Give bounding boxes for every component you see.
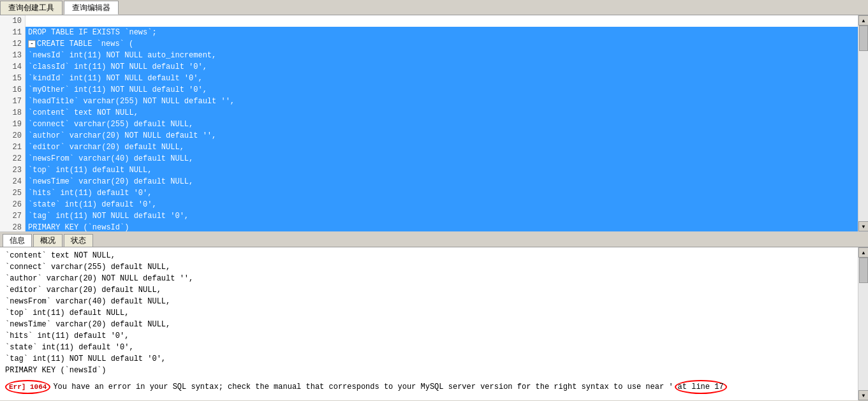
code-line-12[interactable]: -CREATE TABLE `news` ( — [26, 38, 858, 50]
output-line-10: PRIMARY KEY (`newsId`) — [5, 365, 853, 376]
line-number-17: 17 — [0, 96, 22, 107]
error-message: You have an error in your SQL syntax; ch… — [53, 381, 673, 393]
code-line-19[interactable]: `connect` varchar(255) default NULL, — [26, 119, 858, 130]
output-line-6: `newsTime` varchar(20) default NULL, — [5, 319, 853, 330]
code-text-26: `state` int(11) default '0', — [28, 199, 157, 210]
line-number-10: 10 — [0, 15, 22, 27]
code-text-22: `newsFrom` varchar(40) default NULL, — [28, 153, 193, 164]
code-text-23: `top` int(11) default NULL, — [28, 164, 152, 176]
output-content: `content` text NOT NULL,`connect` varcha… — [0, 247, 858, 400]
code-line-16[interactable]: `myOther` int(11) NOT NULL default '0', — [26, 84, 858, 96]
code-text-19: `connect` varchar(255) default NULL, — [28, 119, 193, 130]
code-text-28: PRIMARY KEY (`newsId`) — [28, 222, 129, 231]
error-highlight: at line 17 — [675, 380, 727, 394]
code-text-20: `author` varchar(20) NOT NULL default ''… — [28, 130, 216, 142]
line-number-11: 11 — [0, 27, 22, 38]
code-text-25: `hits` int(11) default '0', — [28, 187, 152, 199]
line-number-15: 15 — [0, 73, 22, 84]
code-line-18[interactable]: `content` text NOT NULL, — [26, 107, 858, 119]
output-scroll-thumb[interactable] — [859, 258, 868, 283]
code-line-10[interactable] — [26, 15, 858, 27]
scroll-down-btn[interactable]: ▼ — [858, 221, 868, 231]
code-line-25[interactable]: `hits` int(11) default '0', — [26, 187, 858, 199]
code-line-21[interactable]: `editor` varchar(20) default NULL, — [26, 142, 858, 153]
output-line-5: `top` int(11) default NULL, — [5, 307, 853, 319]
bottom-tab-status[interactable]: 状态 — [64, 234, 93, 247]
tab-bar: 查询创建工具 查询编辑器 — [0, 0, 868, 15]
code-line-27[interactable]: `tag` int(11) NOT NULL default '0', — [26, 210, 858, 222]
line-number-19: 19 — [0, 119, 22, 130]
line-number-12: 12 — [0, 38, 22, 50]
code-line-17[interactable]: `headTitle` varchar(255) NOT NULL defaul… — [26, 96, 858, 107]
editor-scrollbar[interactable]: ▲ ▼ — [858, 15, 868, 231]
code-text-13: `newsId` int(11) NOT NULL auto_increment… — [28, 50, 216, 61]
code-line-15[interactable]: `kindId` int(11) NOT NULL default '0', — [26, 73, 858, 84]
output-line-1: `connect` varchar(255) default NULL, — [5, 261, 853, 273]
line-number-25: 25 — [0, 187, 22, 199]
line-number-20: 20 — [0, 130, 22, 142]
output-line-2: `author` varchar(20) NOT NULL default ''… — [5, 273, 853, 284]
code-text-17: `headTitle` varchar(255) NOT NULL defaul… — [28, 96, 235, 107]
line-number-26: 26 — [0, 199, 22, 210]
output-area: `content` text NOT NULL,`connect` varcha… — [0, 247, 868, 400]
bottom-tab-overview[interactable]: 概况 — [33, 234, 63, 247]
output-scroll-down[interactable]: ▼ — [858, 390, 868, 400]
line-number-18: 18 — [0, 107, 22, 119]
output-line-4: `newsFrom` varchar(40) default NULL, — [5, 296, 853, 307]
line-number-21: 21 — [0, 142, 22, 153]
bottom-tab-info[interactable]: 信息 — [3, 234, 32, 247]
code-line-14[interactable]: `classId` int(11) NOT NULL default '0', — [26, 61, 858, 73]
line-number-28: 28 — [0, 222, 22, 231]
code-text-27: `tag` int(11) NOT NULL default '0', — [28, 210, 189, 222]
code-text-24: `newsTime` varchar(20) default NULL, — [28, 176, 193, 187]
line-number-22: 22 — [0, 153, 22, 164]
code-line-23[interactable]: `top` int(11) default NULL, — [26, 164, 858, 176]
output-scroll-up[interactable]: ▲ — [858, 247, 868, 258]
line-number-27: 27 — [0, 210, 22, 222]
output-line-9: `tag` int(11) NOT NULL default '0', — [5, 353, 853, 365]
code-wrapper: 10111213141516171819202122232425262728 D… — [0, 15, 858, 231]
scroll-thumb[interactable] — [859, 26, 868, 51]
code-text-18: `content` text NOT NULL, — [28, 107, 138, 119]
editor-area: 10111213141516171819202122232425262728 D… — [0, 15, 868, 232]
error-badge: Err] 1064 — [5, 380, 50, 394]
tab-query-editor[interactable]: 查询编辑器 — [64, 1, 119, 15]
code-text-15: `kindId` int(11) NOT NULL default '0', — [28, 73, 203, 84]
bottom-tab-bar: 信息 概况 状态 — [0, 232, 868, 247]
code-lines[interactable]: DROP TABLE IF EXISTS `news`;-CREATE TABL… — [26, 15, 858, 231]
code-line-28[interactable]: PRIMARY KEY (`newsId`) — [26, 222, 858, 231]
error-line: Err] 1064 You have an error in your SQL … — [5, 380, 853, 394]
scroll-up-btn[interactable]: ▲ — [858, 15, 868, 26]
output-scrollbar[interactable]: ▲ ▼ — [858, 247, 868, 400]
code-line-11[interactable]: DROP TABLE IF EXISTS `news`; — [26, 27, 858, 38]
line-number-14: 14 — [0, 61, 22, 73]
editor-content[interactable]: 10111213141516171819202122232425262728 D… — [0, 15, 858, 231]
line-number-13: 13 — [0, 50, 22, 61]
output-scroll-track[interactable] — [858, 258, 868, 390]
code-text-16: `myOther` int(11) NOT NULL default '0', — [28, 84, 207, 96]
output-line-0: `content` text NOT NULL, — [5, 250, 853, 261]
code-text-12: CREATE TABLE `news` ( — [37, 38, 133, 50]
line-number-16: 16 — [0, 84, 22, 96]
tab-query-builder[interactable]: 查询创建工具 — [0, 1, 63, 15]
code-text-21: `editor` varchar(20) default NULL, — [28, 142, 184, 153]
line-number-24: 24 — [0, 176, 22, 187]
code-line-20[interactable]: `author` varchar(20) NOT NULL default ''… — [26, 130, 858, 142]
output-line-7: `hits` int(11) default '0', — [5, 330, 853, 342]
code-line-13[interactable]: `newsId` int(11) NOT NULL auto_increment… — [26, 50, 858, 61]
code-text-11: DROP TABLE IF EXISTS `news`; — [28, 27, 157, 38]
code-line-22[interactable]: `newsFrom` varchar(40) default NULL, — [26, 153, 858, 164]
scroll-track[interactable] — [858, 26, 868, 221]
code-line-24[interactable]: `newsTime` varchar(20) default NULL, — [26, 176, 858, 187]
line-number-23: 23 — [0, 164, 22, 176]
code-line-26[interactable]: `state` int(11) default '0', — [26, 199, 858, 210]
line-numbers: 10111213141516171819202122232425262728 — [0, 15, 26, 231]
output-line-8: `state` int(11) default '0', — [5, 342, 853, 353]
code-text-14: `classId` int(11) NOT NULL default '0', — [28, 61, 207, 73]
output-line-3: `editor` varchar(20) default NULL, — [5, 284, 853, 296]
collapse-icon-12[interactable]: - — [28, 40, 36, 48]
